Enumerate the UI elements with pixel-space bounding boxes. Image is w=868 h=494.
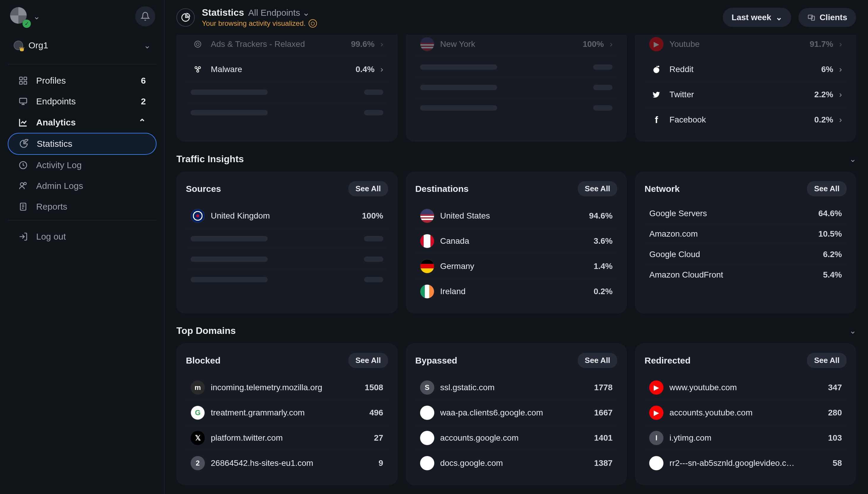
page-header: Statistics All Endpoints ⌄ Your browsing…	[165, 0, 868, 35]
chevron-down-icon: ⌄	[144, 41, 151, 51]
list-item[interactable]: Google Servers64.6%	[644, 204, 847, 224]
list-item[interactable]: ▶www.youtube.com347	[644, 375, 847, 400]
list-item[interactable]: 𝕏platform.twitter.com27	[186, 425, 388, 451]
list-item[interactable]: Grr2---sn-ab5sznld.googlevideo.c…58	[644, 451, 847, 476]
favicon: G	[191, 406, 205, 420]
pro-badge-icon: ⬡	[309, 19, 317, 27]
list-item[interactable]: Gaccounts.google.com1401	[415, 425, 617, 451]
favicon: G	[420, 431, 434, 445]
favicon: S	[420, 380, 434, 395]
list-item[interactable]: Gwaa-pa.clients6.google.com1667	[415, 400, 617, 425]
org-selector[interactable]: 👑 Org1 ⌄	[8, 36, 156, 55]
sidebar-item-label: Analytics	[36, 117, 131, 128]
list-item[interactable]: mincoming.telemetry.mozilla.org1508	[186, 375, 388, 400]
list-item[interactable]: Amazon CloudFront5.4%	[644, 265, 847, 285]
svg-point-12	[196, 43, 199, 45]
uk-flag-icon	[191, 209, 205, 223]
svg-point-15	[197, 70, 199, 72]
svg-rect-0	[20, 77, 22, 80]
sidebar-item-admin-logs[interactable]: Admin Logs	[8, 175, 156, 196]
collapse-toggle[interactable]: ⌄	[849, 154, 856, 164]
see-all-button[interactable]: See All	[348, 353, 388, 368]
chevron-down-icon: ⌄	[775, 13, 782, 22]
sidebar-item-activity-log[interactable]: Activity Log	[8, 155, 156, 175]
see-all-button[interactable]: See All	[578, 181, 617, 196]
sidebar-item-label: Profiles	[36, 76, 134, 86]
list-item[interactable]: Google Cloud6.2%	[644, 244, 847, 265]
sidebar-item-profiles[interactable]: Profiles 6	[8, 70, 156, 91]
favicon: G	[420, 406, 434, 420]
chevron-right-icon: ›	[839, 115, 842, 125]
sidebar-item-logout[interactable]: Log out	[8, 226, 156, 247]
flag-icon	[420, 209, 434, 223]
timerange-dropdown[interactable]: Last week ⌄	[723, 8, 791, 27]
us-flag-icon	[420, 37, 434, 51]
list-item[interactable]: Gtreatment.grammarly.com496	[186, 400, 388, 425]
scope-dropdown[interactable]: All Endpoints ⌄	[248, 7, 310, 18]
malware-icon	[191, 62, 205, 76]
statistics-icon	[176, 8, 195, 27]
sidebar-item-reports[interactable]: Reports	[8, 196, 156, 217]
sidebar-item-label: Activity Log	[36, 160, 81, 170]
sidebar-item-count: 6	[141, 76, 146, 86]
list-item[interactable]: New York 100% ›	[415, 35, 617, 57]
chevron-down-icon: ⌄	[302, 7, 310, 18]
twitter-icon	[649, 88, 663, 102]
clients-button[interactable]: Clients	[798, 8, 856, 27]
svg-point-11	[195, 41, 201, 48]
list-item[interactable]: Sssl.gstatic.com1778	[415, 375, 617, 400]
section-top-domains: Top Domains ⌄	[176, 325, 856, 336]
card-blocked: Blocked See All mincoming.telemetry.mozi…	[176, 343, 398, 485]
youtube-icon: ▶	[649, 37, 663, 51]
list-item[interactable]: Reddit 6% ›	[644, 57, 847, 82]
list-item[interactable]: ▶ Youtube 91.7% ›	[644, 35, 847, 57]
chevron-right-icon: ›	[839, 90, 842, 99]
collapse-toggle[interactable]: ⌄	[849, 326, 856, 336]
see-all-button[interactable]: See All	[348, 181, 388, 196]
sidebar-item-analytics[interactable]: Analytics ⌃	[8, 112, 156, 133]
list-item[interactable]: Germany1.4%	[415, 254, 617, 279]
see-all-button[interactable]: See All	[578, 353, 617, 368]
list-item[interactable]: Ads & Trackers - Relaxed 99.6% ›	[186, 35, 388, 57]
svg-point-6	[20, 183, 24, 186]
admin-logs-icon	[18, 181, 29, 191]
svg-rect-3	[24, 81, 27, 84]
clients-icon	[807, 13, 815, 22]
flag-icon	[420, 234, 434, 248]
sidebar-item-label: Reports	[36, 202, 67, 212]
card-network: Network See All Google Servers64.6%Amazo…	[635, 172, 856, 314]
list-item[interactable]: Twitter 2.2% ›	[644, 82, 847, 107]
notifications-button[interactable]	[135, 6, 155, 26]
sidebar-item-statistics[interactable]: Statistics	[8, 133, 156, 155]
favicon: 2	[191, 456, 205, 470]
list-item[interactable]: Gdocs.google.com1387	[415, 451, 617, 476]
list-item[interactable]: f Facebook 0.2% ›	[644, 107, 847, 132]
chevron-right-icon: ›	[610, 39, 613, 49]
see-all-button[interactable]: See All	[807, 181, 847, 196]
list-item[interactable]: Ireland0.2%	[415, 279, 617, 304]
sidebar-item-endpoints[interactable]: Endpoints 2	[8, 91, 156, 112]
see-all-button[interactable]: See All	[807, 353, 847, 368]
svg-rect-4	[20, 98, 27, 103]
favicon: G	[420, 456, 434, 470]
ads-trackers-icon	[191, 37, 205, 51]
favicon: I	[649, 431, 663, 445]
sidebar-item-count: 2	[141, 96, 146, 107]
list-item[interactable]: United States94.6%	[415, 204, 617, 229]
chevron-right-icon: ›	[380, 39, 383, 49]
app-logo[interactable]: ✓ ⌄	[9, 6, 40, 27]
card-destinations: Destinations See All United States94.6%C…	[406, 172, 627, 314]
list-item[interactable]: Amazon.com10.5%	[644, 224, 847, 244]
list-item[interactable]: ▶accounts.youtube.com280	[644, 400, 847, 425]
page-title: Statistics	[202, 7, 244, 18]
chevron-right-icon: ›	[380, 65, 383, 74]
list-item[interactable]: 226864542.hs-sites-eu1.com9	[186, 451, 388, 476]
favicon: 𝕏	[191, 431, 205, 445]
list-item[interactable]: Malware 0.4% ›	[186, 57, 388, 82]
list-item[interactable]: Canada3.6%	[415, 229, 617, 254]
svg-rect-2	[20, 81, 22, 84]
favicon: m	[191, 380, 205, 395]
list-item[interactable]: Ii.ytimg.com103	[644, 425, 847, 451]
list-item[interactable]: United Kingdom 100%	[186, 204, 388, 229]
profiles-icon	[18, 76, 29, 86]
